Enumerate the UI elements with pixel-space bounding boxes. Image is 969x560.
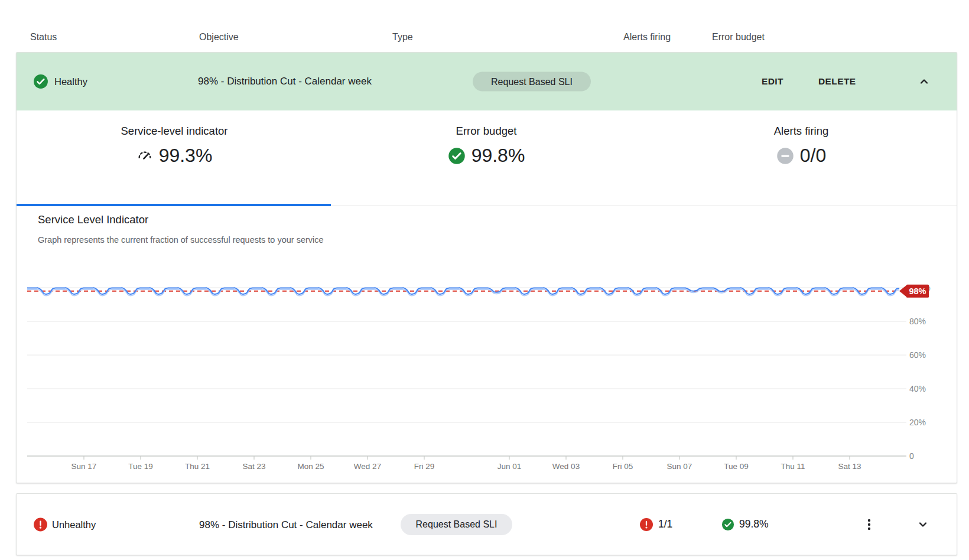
active-tab-indicator [17,204,331,206]
alerts-firing-value: 0/0 [800,145,826,167]
status-cell: Healthy [33,74,87,89]
status-label: Unhealthy [52,519,96,530]
svg-text:40%: 40% [909,384,926,393]
row-overflow-menu-button[interactable] [860,516,878,533]
svg-text:Sat 13: Sat 13 [838,462,861,471]
column-header-error-budget: Error budget [712,32,765,43]
svg-text:Jun 01: Jun 01 [497,462,522,471]
tab-title: Error budget [380,125,593,138]
svg-text:20%: 20% [909,418,926,427]
error-budget-cell: 99.8% [721,518,769,531]
tab-title: Service-level indicator [68,125,281,138]
sli-value: 99.3% [159,145,213,167]
slo-list-page: Status Objective Type Alerts firing Erro… [0,0,969,560]
svg-text:Fri 29: Fri 29 [414,462,435,471]
tab-title: Alerts firing [695,125,908,138]
error-circle-icon [639,517,653,532]
error-circle-icon [33,517,48,532]
sli-line-chart: 100%80%60%40%20%0Sun 17Tue 19Thu 21Sat 2… [27,261,949,479]
svg-text:0: 0 [909,451,914,461]
check-circle-icon [721,518,734,531]
kebab-menu-icon [862,517,876,532]
svg-text:Fri 05: Fri 05 [613,462,633,471]
expand-row-button[interactable] [914,516,932,533]
edit-button[interactable]: EDIT [762,76,783,87]
collapse-row-button[interactable] [915,73,933,90]
check-circle-icon [448,147,466,165]
tab-alerts-firing[interactable]: Alerts firing 0/0 [695,110,908,204]
objective-text: 98% - Distribution Cut - Calendar week [181,76,388,87]
chevron-down-icon [916,517,930,532]
column-header-alerts-firing: Alerts firing [623,32,671,43]
alerts-firing-cell: 1/1 [639,517,672,532]
svg-text:Tue 09: Tue 09 [724,462,749,471]
error-budget-value: 99.8% [472,145,525,167]
alerts-firing-value: 1/1 [658,518,672,530]
svg-text:Thu 21: Thu 21 [185,462,210,471]
chart-title: Service Level Indicator [38,213,148,226]
check-circle-icon [33,74,48,89]
svg-text:Tue 19: Tue 19 [128,462,153,471]
tab-error-budget[interactable]: Error budget 99.8% [380,110,593,204]
svg-text:98%: 98% [909,286,926,296]
minus-circle-icon [776,147,794,165]
svg-text:Wed 27: Wed 27 [354,462,381,471]
svg-text:Wed 03: Wed 03 [552,462,580,471]
column-header-objective: Objective [199,32,239,43]
status-label: Healthy [54,76,87,87]
chevron-up-icon [917,74,931,89]
svg-text:Sun 07: Sun 07 [667,462,692,471]
slo-card-expanded: Healthy 98% - Distribution Cut - Calenda… [16,52,957,483]
chart-subtitle: Graph represents the current fraction of… [38,235,324,245]
column-header-status: Status [30,32,57,43]
error-budget-value: 99.8% [739,518,769,530]
tab-service-level-indicator[interactable]: Service-level indicator 99.3% [68,110,281,204]
unhealthy-slo-row[interactable]: Unhealthy 98% - Distribution Cut - Calen… [16,493,957,555]
svg-text:Mon 25: Mon 25 [297,462,324,471]
delete-button[interactable]: DELETE [818,76,856,87]
svg-text:Thu 11: Thu 11 [781,462,805,471]
sli-type-chip: Request Based SLI [401,514,512,535]
tabs-divider [331,206,957,206]
column-header-type: Type [392,32,413,43]
svg-text:Sat 23: Sat 23 [242,462,265,471]
gauge-icon [136,148,153,164]
svg-text:80%: 80% [909,317,926,326]
svg-text:60%: 60% [909,350,926,360]
objective-text: 98% - Distribution Cut - Calendar week [199,515,380,533]
healthy-slo-row[interactable]: Healthy 98% - Distribution Cut - Calenda… [17,53,957,110]
sli-type-chip: Request Based SLI [473,72,591,92]
svg-text:Sun 17: Sun 17 [71,462,97,471]
